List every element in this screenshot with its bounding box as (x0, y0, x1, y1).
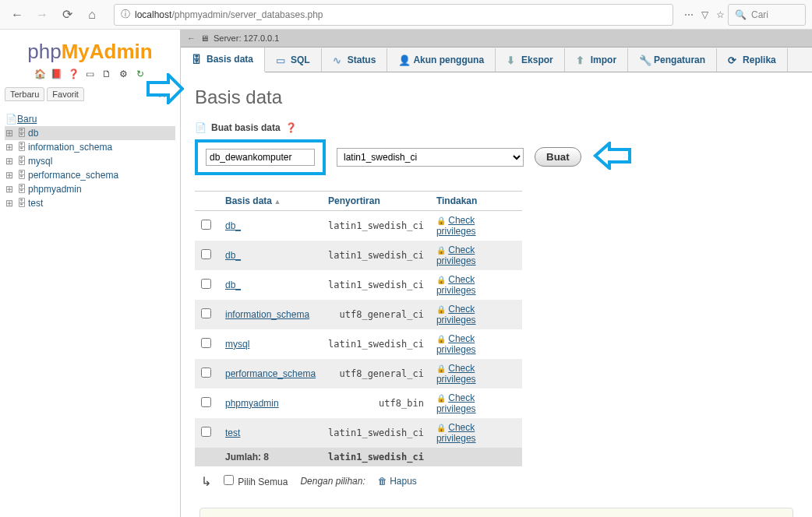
browser-search[interactable]: 🔍 Cari (728, 4, 806, 26)
db-link[interactable]: phpmyadmin (225, 398, 279, 409)
tree-db[interactable]: ⊞🗄db (5, 126, 175, 140)
tab-databases[interactable]: Basis data (181, 47, 265, 72)
tab-status[interactable]: Status (322, 48, 388, 72)
table-row: db_latin1_swedish_ci Check privileges (195, 270, 522, 300)
db-link[interactable]: information_schema (225, 309, 309, 320)
row-checkbox[interactable] (201, 368, 211, 378)
tree-db[interactable]: ⊞🗄test (5, 196, 175, 210)
col-name[interactable]: Basis data (219, 191, 322, 210)
reload-button[interactable]: ⟳ (56, 4, 78, 26)
row-collation: latin1_swedish_ci (322, 210, 430, 241)
col-collation[interactable]: Penyortiran (322, 191, 430, 210)
table-row: phpmyadminutf8_bin Check privileges (195, 389, 522, 418)
content: Basis data 📄 Buat basis data ❓ latin1_sw… (181, 72, 812, 517)
logout-icon[interactable]: 📕 (51, 69, 63, 81)
row-checkbox[interactable] (201, 308, 211, 318)
row-checkbox[interactable] (201, 338, 211, 348)
annotation-arrow (592, 142, 631, 172)
create-button[interactable]: Buat (535, 147, 581, 167)
tab-users[interactable]: Akun pengguna (387, 48, 496, 72)
lock-icon (436, 363, 446, 374)
tree-db[interactable]: ⊞🗄mysql (5, 154, 175, 168)
lock-icon (436, 422, 446, 433)
create-db-label: 📄 Buat basis data ❓ (195, 122, 798, 133)
db-link[interactable]: db_ (225, 280, 241, 290)
url-bar[interactable]: ⓘ localhost/phpmyadmin/server_databases.… (114, 4, 673, 26)
nav-back-icon[interactable]: ← (187, 33, 196, 43)
main-tabs: Basis data SQL Status Akun pengguna Eksp… (181, 47, 812, 72)
server-bar: ← 🖥 Server: 127.0.0.1 (181, 30, 812, 47)
sql-icon (276, 55, 287, 65)
row-checkbox[interactable] (201, 249, 211, 259)
tree-db[interactable]: ⊞🗄phpmyadmin (5, 182, 175, 196)
table-row: information_schemautf8_general_ci Check … (195, 300, 522, 329)
logo: phpMyAdmin (0, 33, 180, 65)
tab-import[interactable]: Impor (565, 48, 628, 72)
tree-db[interactable]: ⊞🗄information_schema (5, 140, 175, 154)
browser-toolbar: ← → ⟳ ⌂ ⓘ localhost/phpmyadmin/server_da… (0, 0, 812, 30)
row-checkbox[interactable] (201, 220, 211, 230)
tree-db[interactable]: ⊞🗄performance_schema (5, 168, 175, 182)
help-icon[interactable]: ❓ (67, 69, 79, 81)
tab-settings[interactable]: Pengaturan (628, 48, 717, 72)
replication-icon (728, 55, 739, 65)
row-collation: latin1_swedish_ci (322, 241, 430, 270)
total-collation: latin1_swedish_ci (322, 448, 430, 466)
more-icon[interactable]: ⋯ (684, 9, 694, 20)
insecure-icon: ⓘ (121, 8, 130, 21)
db-link[interactable]: db_ (225, 250, 241, 261)
status-icon (333, 55, 344, 65)
settings-icon[interactable]: ⚙ (117, 69, 129, 81)
select-arrow-icon: ↳ (201, 474, 211, 489)
row-checkbox[interactable] (201, 279, 211, 289)
sidebar-tab-favorites[interactable]: Favorit (47, 87, 84, 101)
delete-button[interactable]: 🗑 Hapus (378, 476, 417, 487)
url-host: localhost (135, 9, 171, 20)
sidebar-tab-recent[interactable]: Terbaru (5, 87, 44, 101)
row-checkbox[interactable] (201, 397, 211, 407)
select-all[interactable]: Pilih Semua (224, 475, 288, 487)
export-icon (507, 55, 517, 65)
star-icon[interactable]: ☆ (716, 9, 725, 20)
tree-new[interactable]: 📄Baru (5, 112, 175, 126)
with-selected-label: Dengan pilihan: (300, 476, 365, 487)
search-placeholder: Cari (751, 9, 768, 20)
docs-icon[interactable]: 🗋 (101, 69, 113, 81)
lock-icon (436, 274, 446, 285)
collation-select[interactable]: latin1_swedish_ci (337, 148, 524, 167)
row-checkbox[interactable] (201, 427, 211, 437)
back-button[interactable]: ← (6, 4, 28, 26)
db-link[interactable]: db_ (225, 220, 241, 231)
search-icon: 🔍 (735, 9, 747, 20)
server-icon: 🖥 (200, 33, 209, 43)
new-db-name-input[interactable] (206, 149, 315, 166)
table-row: performance_schemautf8_general_ci Check … (195, 359, 522, 389)
tab-export[interactable]: Ekspor (496, 48, 565, 72)
row-collation: latin1_swedish_ci (322, 270, 430, 300)
sql-icon[interactable]: ▭ (84, 69, 97, 81)
sidebar: phpMyAdmin 🏠 📕 ❓ ▭ 🗋 ⚙ ↻ Terbaru Favorit… (0, 30, 181, 517)
url-path: /phpmyadmin/server_databases.php (171, 9, 323, 20)
row-collation: latin1_swedish_ci (322, 418, 430, 448)
lock-icon (436, 304, 446, 315)
tab-sql[interactable]: SQL (265, 48, 322, 72)
settings-icon (639, 55, 650, 65)
row-collation: utf8_bin (322, 389, 430, 418)
database-icon (192, 54, 203, 65)
col-action: Tindakan (430, 191, 522, 210)
page-title: Basis data (195, 86, 798, 108)
db-link[interactable]: performance_schema (225, 368, 316, 379)
row-collation: latin1_swedish_ci (322, 329, 430, 359)
db-link[interactable]: mysql (225, 339, 249, 350)
shield-icon[interactable]: ▽ (701, 9, 708, 20)
tab-replication[interactable]: Replika (717, 48, 788, 72)
add-db-icon: 📄 (195, 122, 207, 133)
table-row: testlatin1_swedish_ci Check privileges (195, 418, 522, 448)
db-link[interactable]: test (225, 427, 240, 438)
forward-button[interactable]: → (31, 4, 53, 26)
home-icon[interactable]: 🏠 (34, 69, 46, 81)
home-button[interactable]: ⌂ (81, 4, 103, 26)
reload-icon[interactable]: ↻ (134, 69, 147, 81)
lock-icon (436, 392, 446, 403)
help-icon[interactable]: ❓ (285, 122, 297, 133)
